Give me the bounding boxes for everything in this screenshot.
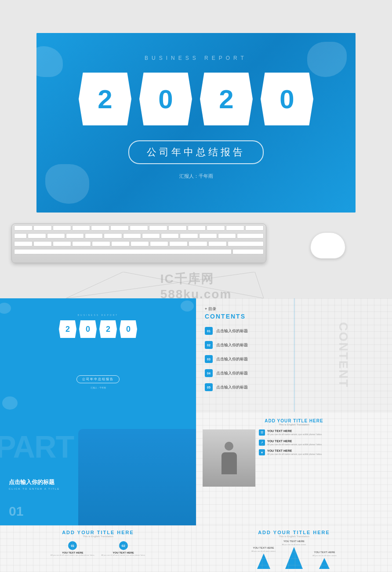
contents-slide-inner: CONTENT + 目录 CONTENTS 01 点击输入你的标题 02 点击输… [196,298,392,412]
contents-item-3: 03 点击输入你的标题 [205,355,383,363]
add-title-person-bg [203,429,255,487]
key [104,233,122,238]
bottom-section: ADD YOUR TITLE HERE This is English Tran… [0,525,392,572]
part-slide-inner: PART 点击输入你的标题 CLICK TO ENTER A TITLE 01 [0,412,196,525]
key [232,249,264,254]
mini-digit-1: 2 [59,320,76,338]
key [72,225,91,231]
mini-digit-2: 0 [79,320,97,338]
key [47,233,65,238]
key [199,233,217,238]
key [130,225,148,231]
business-report-text: BUSINESS REPORT [145,55,247,61]
slide-thumbnail-4[interactable]: ADD YOUR TITLE HERE This is English Tran… [196,412,392,525]
key [228,241,264,246]
keyboard-row-2 [12,232,266,240]
part-bg-text: PART [0,429,73,465]
mini-year-numbers: 2 0 2 0 [59,320,137,338]
contents-text-4: 点击输入你的标题 [216,370,248,376]
contents-item-5: 05 点击输入你的标题 [205,383,383,391]
key [53,241,71,246]
people-silhouette [78,429,196,525]
key [33,225,52,231]
key [226,225,244,231]
mini-title-box: 公司年中总结报告 [76,375,120,383]
contents-header: + 目录 CONTENTS [205,306,246,320]
key [92,241,110,246]
key [161,233,179,238]
part-main-title: 点击输入你的标题 CLICK TO ENTER A TITLE [9,478,60,490]
key [28,233,46,238]
key [188,225,206,231]
year-digit-3: 2 [200,73,253,125]
contents-num-5: 05 [205,383,213,391]
mini-blob-tr [181,301,194,312]
keyboard-row-4 [12,248,266,256]
key [142,233,160,238]
mini-digit-4: 0 [120,320,137,338]
contents-items: 01 点击输入你的标题 02 点击输入你的标题 03 点击输入你的标题 04 点… [205,327,383,397]
part-number: 01 [9,504,23,519]
contents-text-3: 点击输入你的标题 [216,356,248,362]
contents-text-1: 点击输入你的标题 [216,328,248,334]
key [150,241,168,246]
key [149,225,167,231]
slides-grid: BUSINESS REPORT 2 0 2 0 公司年中总结报告 汇报人：千年雨… [0,298,392,525]
slide-thumbnail-3[interactable]: PART 点击输入你的标题 CLICK TO ENTER A TITLE 01 [0,412,196,525]
mini-reporter: 汇报人：千年雨 [91,386,106,389]
year-digit-1: 2 [79,73,131,125]
person-body [221,452,237,474]
connector-lines [0,272,392,298]
part-cn-title: 点击输入你的标题 [9,478,60,486]
title-box: 公司年中总结报告 [128,140,264,164]
key [245,225,264,231]
key [168,225,187,231]
title-text-cn: 公司年中总结报告 [147,146,245,159]
keyboard-section [0,215,392,272]
contents-item-1: 01 点击输入你的标题 [205,327,383,335]
key [66,233,84,238]
bottom-left-slide[interactable]: ADD YOUR TITLE HERE This is English Tran… [0,525,196,572]
year-digit-4: 0 [261,73,313,125]
key [14,241,33,246]
keyboard-row-1 [12,224,266,232]
key [33,241,52,246]
slide-thumbnail-1[interactable]: BUSINESS REPORT 2 0 2 0 公司年中总结报告 汇报人：千年雨 [0,298,196,412]
key [72,241,91,246]
key [85,233,103,238]
year-digit-2: 0 [139,73,192,125]
contents-num-3: 03 [205,355,213,363]
key [91,225,109,231]
add-title-person [221,442,237,474]
mini-business-text: BUSINESS REPORT [78,314,118,316]
mini-title-text: 公司年中总结报告 [82,377,114,381]
key [218,233,236,238]
reporter-text: 汇报人：千年雨 [179,173,213,180]
contents-num-4: 04 [205,369,213,377]
year-number-display: 2 0 2 0 [79,73,313,125]
key [131,241,149,246]
add-title-slide-inner: ADD YOUR TITLE HERE This is English Tran… [196,412,392,525]
key [169,241,188,246]
key [14,225,33,231]
mini-blob-bl [2,396,18,410]
slide-thumbnail-2[interactable]: CONTENT + 目录 CONTENTS 01 点击输入你的标题 02 点击输… [196,298,392,412]
contents-text-5: 点击输入你的标题 [216,385,248,390]
person-head [225,442,233,451]
add-title-image [203,429,255,487]
key [180,233,198,238]
contents-num-2: 02 [205,341,213,349]
key [14,233,27,238]
key [208,241,227,246]
keyboard-image [11,224,266,263]
bottom-right-slide[interactable]: ADD YOUR TITLE HERE This is English Tran… [196,525,392,572]
key [53,225,71,231]
key [189,241,207,246]
mini-blob-tl [0,303,11,314]
connector-svg [0,272,392,298]
silhouette-fill [78,429,196,525]
key [237,233,264,238]
mini-digit-3: 2 [99,320,117,338]
mini-blue-slide: BUSINESS REPORT 2 0 2 0 公司年中总结报告 汇报人：千年雨 [0,298,196,412]
contents-title: CONTENTS [205,313,246,320]
